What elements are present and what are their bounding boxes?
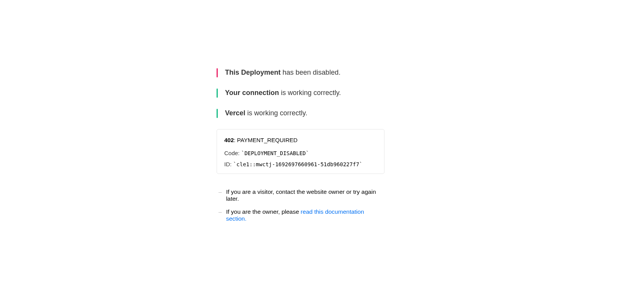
- error-details-box: 402: PAYMENT_REQUIRED Code: `DEPLOYMENT_…: [217, 129, 384, 174]
- help-owner-wrap: If you are the owner, please read this d…: [226, 208, 384, 222]
- http-status-code: 402: [224, 137, 234, 143]
- error-code-row: Code: `DEPLOYMENT_DISABLED`: [224, 150, 377, 156]
- status-connection: Your connection is working correctly.: [217, 88, 384, 98]
- status-connection-text: Your connection is working correctly.: [225, 88, 341, 98]
- list-dash-icon: –: [219, 188, 222, 195]
- status-vercel: Vercel is working correctly.: [217, 108, 384, 118]
- status-deployment-text: This Deployment has been disabled.: [225, 68, 340, 77]
- help-item-visitor: – If you are a visitor, contact the webs…: [217, 188, 384, 202]
- error-id-label: ID:: [224, 161, 233, 167]
- status-indicator-ok: [217, 88, 218, 98]
- status-vercel-bold: Vercel: [225, 109, 245, 117]
- help-item-owner: – If you are the owner, please read this…: [217, 208, 384, 222]
- help-visitor-text: If you are a visitor, contact the websit…: [226, 188, 384, 202]
- status-deployment-bold: This Deployment: [225, 69, 281, 76]
- status-indicator-error: [217, 68, 218, 77]
- help-owner-prefix: If you are the owner, please: [226, 208, 301, 215]
- error-code-value: `DEPLOYMENT_DISABLED`: [241, 150, 309, 156]
- error-id-value: `cle1::mwctj-1692697660961-51db960227f7`: [233, 161, 362, 167]
- status-deployment: This Deployment has been disabled.: [217, 68, 384, 77]
- http-status-message: : PAYMENT_REQUIRED: [234, 137, 297, 143]
- error-container: This Deployment has been disabled. Your …: [217, 68, 384, 228]
- list-dash-icon: –: [219, 208, 222, 215]
- status-indicator-ok: [217, 109, 218, 118]
- status-connection-rest: is working correctly.: [279, 89, 341, 97]
- error-id-row: ID: `cle1::mwctj-1692697660961-51db96022…: [224, 161, 377, 167]
- error-code-label: Code:: [224, 150, 241, 156]
- status-vercel-text: Vercel is working correctly.: [225, 108, 307, 118]
- http-status: 402: PAYMENT_REQUIRED: [224, 137, 377, 143]
- status-vercel-rest: is working correctly.: [245, 109, 307, 117]
- status-deployment-rest: has been disabled.: [281, 69, 340, 76]
- status-connection-bold: Your connection: [225, 89, 279, 97]
- help-list: – If you are a visitor, contact the webs…: [217, 188, 384, 222]
